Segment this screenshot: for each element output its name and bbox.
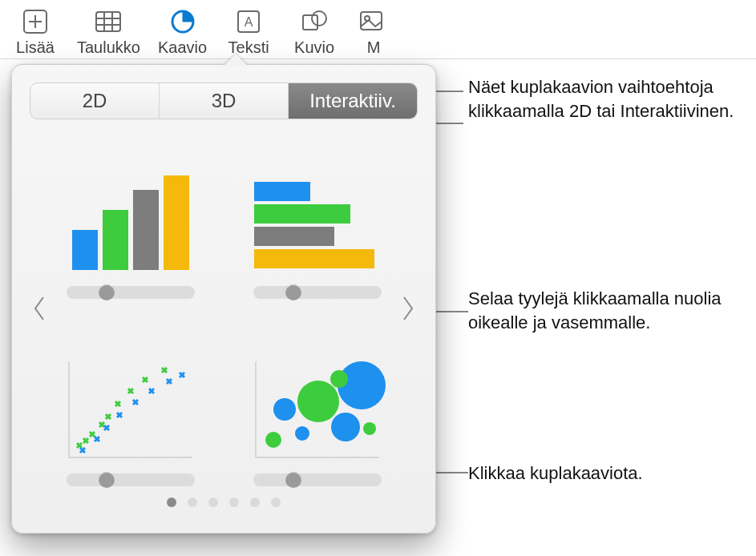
svg-point-31 [331,413,360,441]
chevron-right-icon [401,294,415,326]
svg-rect-11 [303,15,317,30]
svg-point-28 [273,398,296,421]
media-icon [356,6,391,37]
toolbar-table[interactable]: Taulukko [72,5,145,58]
svg-point-29 [295,426,309,441]
next-style-button[interactable] [395,291,421,329]
page-dot[interactable] [208,498,218,507]
scatter-chart-icon [63,353,199,465]
svg-rect-22 [254,249,374,268]
svg-point-34 [363,422,376,435]
tab-2d[interactable]: 2D [30,83,159,119]
svg-point-27 [265,432,281,448]
shape-icon [297,6,332,37]
toolbar-shape[interactable]: Kuvio [285,5,343,58]
horizontal-bar-chart-option[interactable] [236,134,398,299]
toolbar-insert[interactable]: Lisää [6,5,64,58]
style-slider[interactable] [67,473,195,486]
page-dot[interactable] [167,498,176,507]
toolbar-chart[interactable]: Kaavio [153,5,212,58]
svg-rect-21 [254,227,334,246]
svg-rect-3 [96,12,120,31]
svg-point-12 [312,11,326,26]
chart-type-tabs: 2D 3D Interaktiiv. [30,83,418,119]
text-icon: A [231,6,266,37]
scatter-chart-option[interactable] [49,321,212,486]
callout-layer: Näet kuplakaavion vaihtoehtoja klikkaama… [441,64,746,545]
chart-thumbnail-grid [30,134,418,486]
svg-rect-19 [254,182,310,201]
toolbar-media[interactable]: M [351,5,396,58]
style-slider[interactable] [253,286,382,299]
chevron-left-icon [32,294,46,326]
style-slider[interactable] [67,286,195,299]
svg-rect-17 [133,190,159,270]
callout-bubble-options: Näet kuplakaavion vaihtoehtoja klikkaama… [468,75,756,123]
page-dots[interactable] [30,498,418,507]
tab-3d[interactable]: 3D [159,83,288,119]
page-dot[interactable] [229,498,239,507]
table-icon [91,6,126,37]
svg-text:A: A [245,15,253,29]
page-dot[interactable] [271,498,281,507]
toolbar-label: Kaavio [158,38,207,57]
page-dot[interactable] [188,498,197,507]
toolbar-text[interactable]: A Teksti [220,5,277,58]
svg-rect-16 [103,210,128,270]
svg-rect-15 [72,230,98,270]
toolbar-label: Taulukko [77,38,140,57]
previous-style-button[interactable] [26,291,52,329]
page-dot[interactable] [250,498,260,507]
svg-point-30 [297,381,339,422]
svg-point-33 [330,370,348,388]
svg-rect-20 [254,204,350,224]
bubble-chart-option[interactable] [236,321,398,486]
horizontal-bar-chart-icon [249,166,386,278]
style-slider[interactable] [253,473,382,486]
toolbar-label: M [367,38,381,57]
column-chart-option[interactable] [49,134,212,299]
toolbar-label: Lisää [16,38,55,57]
chart-icon [165,6,200,37]
bubble-chart-icon [249,353,386,465]
main-toolbar: Lisää Taulukko Kaavio A Teksti Kuvio M [0,0,756,59]
svg-rect-13 [361,12,382,30]
callout-scroll-styles: Selaa tyylejä klikkaamalla nuolia oikeal… [468,287,741,334]
plus-icon [18,6,53,37]
callout-click-bubble: Klikkaa kuplakaaviota. [468,461,741,485]
toolbar-label: Kuvio [294,38,334,57]
svg-rect-18 [164,175,189,270]
chart-popover: 2D 3D Interaktiiv. [11,64,436,534]
tab-interactive[interactable]: Interaktiiv. [288,83,417,119]
column-chart-icon [63,166,199,278]
